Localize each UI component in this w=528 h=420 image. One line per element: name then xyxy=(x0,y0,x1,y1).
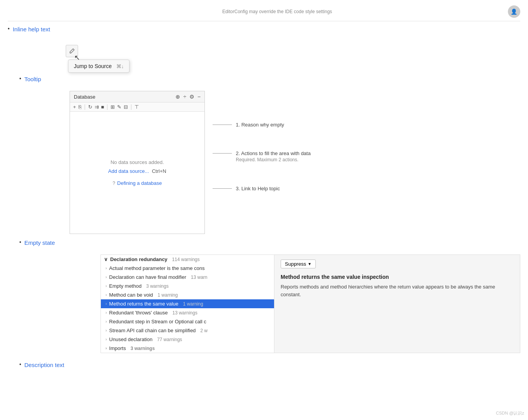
callout-subtext-2: Required. Maximum 2 actions. xyxy=(236,157,311,162)
inspection-section: ∨ Declaration redundancy 114 warnings › … xyxy=(100,254,520,353)
chevron-icon-5: › xyxy=(106,311,107,315)
db-toolbar-window-icon[interactable]: ⊟ xyxy=(124,104,128,110)
chevron-icon-6: › xyxy=(106,319,107,324)
item-count-7: 2 w xyxy=(200,328,208,333)
inspection-item-5[interactable]: › Redundant 'throws' clause 13 warnings xyxy=(101,308,274,317)
inspection-item-7[interactable]: › Stream API call chain can be simplifie… xyxy=(101,326,274,335)
tooltip-shortcut: ⌘↓ xyxy=(116,63,124,69)
tooltip-bullet: • Tooltip xyxy=(19,75,520,83)
db-panel-content: No data sources added. Add data source..… xyxy=(70,112,204,234)
item-name-7: Stream API call chain can be simplified xyxy=(109,328,196,333)
inspection-group-header[interactable]: ∨ Declaration redundancy 114 warnings xyxy=(101,255,274,264)
inline-help-text-label: Inline help text xyxy=(13,25,50,33)
inspection-item-2[interactable]: › Empty method 3 warnings xyxy=(101,282,274,290)
item-name-imports: Imports xyxy=(109,345,126,351)
db-toolbar-separator3 xyxy=(131,104,131,110)
callout-line-3 xyxy=(213,188,232,189)
chevron-icon-3: › xyxy=(106,293,107,297)
tooltip-popup: Jump to Source ⌘↓ xyxy=(68,60,129,73)
item-count-8: 77 warnings xyxy=(157,337,182,342)
tooltip-section: ↖ Jump to Source ⌘↓ • Tooltip xyxy=(19,45,520,83)
bullet-dot: • xyxy=(8,25,10,33)
group-count: 114 warnings xyxy=(172,257,199,262)
callout-text-1: 1. Reason why empty xyxy=(236,122,284,128)
item-name-4: Method returns the same value xyxy=(109,301,178,307)
inspection-item-4-selected[interactable]: › Method returns the same value 1 warnin… xyxy=(101,299,274,308)
bullet-dot-empty: • xyxy=(19,239,21,246)
top-bar-text: EditorConfig may override the IDE code s… xyxy=(222,9,332,14)
db-panel-header: Database ⊕ ÷ ⚙ − xyxy=(70,91,204,102)
db-toolbar-copy-icon[interactable]: ⎘ xyxy=(78,104,82,110)
db-header-split-icon[interactable]: ÷ xyxy=(183,94,186,100)
chevron-icon-imports: › xyxy=(106,346,107,350)
callout-item-3: 3. Link to Help topic xyxy=(213,186,311,191)
inspection-item-6[interactable]: › Redundant step in Stream or Optional c… xyxy=(101,317,274,326)
db-toolbar-funnel-icon[interactable]: ⊤ xyxy=(135,104,139,110)
db-no-data-text: No data sources added. xyxy=(111,159,164,165)
suppress-label: Suppress xyxy=(285,261,306,267)
edit-icon-button[interactable] xyxy=(66,45,78,57)
tooltip-label: Tooltip xyxy=(24,75,41,83)
db-toolbar-edit-icon[interactable]: ✎ xyxy=(117,104,121,110)
db-toolbar-add-icon[interactable]: + xyxy=(73,104,76,110)
db-help-icon: ? xyxy=(112,181,115,186)
avatar: 👤 xyxy=(508,5,520,18)
inspection-item-1[interactable]: › Declaration can have final modifier 13… xyxy=(101,273,274,282)
callout-item-2: 2. Actions to fill the area with data Re… xyxy=(213,150,311,162)
item-count-5: 13 warnings xyxy=(172,310,198,316)
callout-text-3: 3. Link to Help topic xyxy=(236,186,280,191)
chevron-icon-1: › xyxy=(106,275,107,279)
item-name-1: Declaration can have final modifier xyxy=(109,274,186,280)
item-name-2: Empty method xyxy=(109,283,141,289)
top-bar: EditorConfig may override the IDE code s… xyxy=(8,4,520,21)
db-toolbar-separator xyxy=(85,104,85,110)
db-header-plus-icon[interactable]: ⊕ xyxy=(175,94,180,100)
inspection-item-3[interactable]: › Method can be void 1 warning xyxy=(101,290,274,299)
database-panel: Database ⊕ ÷ ⚙ − + ⎘ ↻ ⇉ ■ ⊞ ✎ ⊟ xyxy=(70,91,205,234)
pencil-icon xyxy=(69,48,75,54)
db-panel-header-icons: ⊕ ÷ ⚙ − xyxy=(175,94,201,100)
chevron-icon-8: › xyxy=(106,337,107,341)
callout-item-1: 1. Reason why empty xyxy=(213,122,311,128)
bullet-dot-tooltip: • xyxy=(19,75,21,83)
db-add-source-shortcut: Ctrl+N xyxy=(152,168,166,174)
item-name-3: Method can be void xyxy=(109,292,153,298)
csdn-watermark: CSDN @认识z xyxy=(496,410,524,416)
db-panel-title: Database xyxy=(74,94,95,100)
suppress-dropdown-arrow: ▼ xyxy=(308,262,312,266)
callout-line-2 xyxy=(213,153,232,154)
inline-help-text-bullet: • Inline help text xyxy=(8,25,520,33)
item-name-8: Unused declaration xyxy=(109,336,152,342)
item-count-4: 1 warning xyxy=(183,301,203,307)
inspection-item-8[interactable]: › Unused declaration 77 warnings xyxy=(101,335,274,344)
detail-title: Method returns the same value inspection xyxy=(281,274,514,280)
db-toolbar-filter-icon[interactable]: ⇉ xyxy=(95,104,99,110)
db-panel-wrapper: Database ⊕ ÷ ⚙ − + ⎘ ↻ ⇉ ■ ⊞ ✎ ⊟ xyxy=(70,91,520,234)
item-count-imports: 3 warnings xyxy=(131,346,155,351)
item-name-0: Actual method parameter is the same cons xyxy=(109,265,204,271)
tooltip-popup-text: Jump to Source xyxy=(74,63,112,69)
bullet-dot-description: • xyxy=(19,361,21,369)
inspection-imports-item[interactable]: › Imports 3 warnings xyxy=(101,344,274,353)
db-header-minus-icon[interactable]: − xyxy=(198,94,201,100)
db-toolbar-table-icon[interactable]: ⊞ xyxy=(111,104,115,110)
suppress-button[interactable]: Suppress ▼ xyxy=(281,260,316,268)
inspection-item-0[interactable]: › Actual method parameter is the same co… xyxy=(101,264,274,273)
group-chevron: ∨ xyxy=(104,256,108,262)
empty-state-bullet: • Empty state xyxy=(19,239,520,247)
detail-description: Reports methods and method hierarchies w… xyxy=(281,283,514,298)
chevron-icon-7: › xyxy=(106,328,107,333)
db-header-settings-icon[interactable]: ⚙ xyxy=(189,94,194,100)
db-panel-toolbar: + ⎘ ↻ ⇉ ■ ⊞ ✎ ⊟ ⊤ xyxy=(70,102,204,112)
db-callout-lines: 1. Reason why empty 2. Actions to fill t… xyxy=(213,91,311,234)
db-defining-link[interactable]: ? Defining a database xyxy=(112,180,162,186)
item-name-5: Redundant 'throws' clause xyxy=(109,310,168,316)
db-add-source-link[interactable]: Add data source... Ctrl+N xyxy=(108,168,166,174)
db-toolbar-stop-icon[interactable]: ■ xyxy=(101,104,104,110)
empty-state-label: Empty state xyxy=(24,239,55,247)
item-count-3: 1 warning xyxy=(158,292,178,298)
db-toolbar-separator2 xyxy=(107,104,107,110)
db-toolbar-refresh-icon[interactable]: ↻ xyxy=(88,104,92,110)
callout-line-1 xyxy=(213,125,232,125)
group-name: Declaration redundancy xyxy=(110,256,167,262)
